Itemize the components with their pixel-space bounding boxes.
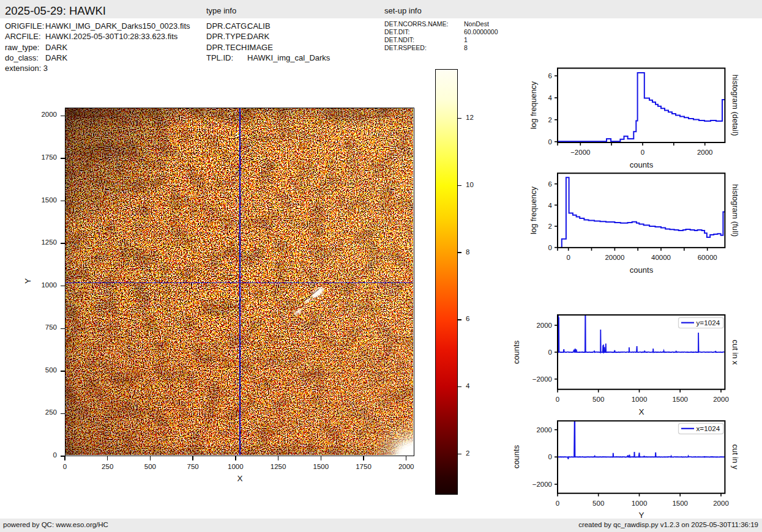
svg-text:2000: 2000 bbox=[697, 149, 713, 156]
svg-text:log frequency: log frequency bbox=[529, 186, 538, 234]
svg-text:40000: 40000 bbox=[651, 254, 671, 261]
svg-text:2000: 2000 bbox=[536, 426, 552, 434]
svg-text:0: 0 bbox=[548, 453, 552, 460]
svg-text:6: 6 bbox=[548, 72, 552, 79]
svg-text:histogram (full): histogram (full) bbox=[731, 184, 740, 237]
svg-text:2000: 2000 bbox=[536, 322, 552, 329]
svg-text:0: 0 bbox=[641, 149, 644, 156]
svg-text:2: 2 bbox=[548, 223, 552, 230]
svg-text:counts: counts bbox=[512, 445, 521, 468]
svg-text:0: 0 bbox=[548, 349, 552, 356]
svg-text:1000: 1000 bbox=[632, 500, 648, 507]
svg-text:1500: 1500 bbox=[672, 396, 688, 403]
svg-text:−2000: −2000 bbox=[532, 481, 552, 488]
svg-text:0: 0 bbox=[548, 244, 552, 251]
svg-text:2000: 2000 bbox=[713, 500, 729, 507]
svg-text:counts: counts bbox=[630, 160, 654, 169]
svg-text:histogram (detail): histogram (detail) bbox=[731, 75, 740, 136]
svg-text:cut in x: cut in x bbox=[731, 339, 740, 365]
svg-text:cut in y: cut in y bbox=[731, 444, 740, 470]
svg-text:500: 500 bbox=[592, 500, 604, 507]
svg-text:0: 0 bbox=[556, 500, 559, 507]
svg-text:0: 0 bbox=[556, 396, 559, 403]
svg-text:2: 2 bbox=[548, 116, 552, 124]
svg-text:1000: 1000 bbox=[632, 396, 648, 403]
svg-text:2000: 2000 bbox=[713, 396, 729, 403]
svg-text:1500: 1500 bbox=[672, 500, 688, 507]
svg-text:60000: 60000 bbox=[698, 254, 717, 261]
svg-text:0: 0 bbox=[566, 254, 570, 261]
svg-text:y=1024: y=1024 bbox=[697, 319, 720, 327]
svg-text:4: 4 bbox=[548, 94, 553, 102]
svg-text:4: 4 bbox=[548, 202, 553, 209]
svg-text:counts: counts bbox=[512, 340, 521, 364]
svg-text:500: 500 bbox=[592, 396, 604, 403]
svg-text:log frequency: log frequency bbox=[529, 81, 538, 129]
svg-text:counts: counts bbox=[630, 265, 654, 275]
svg-text:6: 6 bbox=[548, 180, 552, 188]
svg-text:x=1024: x=1024 bbox=[697, 424, 720, 432]
svg-text:0: 0 bbox=[548, 138, 552, 146]
svg-text:20000: 20000 bbox=[605, 254, 624, 261]
svg-text:−2000: −2000 bbox=[532, 375, 552, 383]
svg-text:X: X bbox=[638, 407, 644, 416]
svg-text:−2000: −2000 bbox=[570, 149, 590, 156]
